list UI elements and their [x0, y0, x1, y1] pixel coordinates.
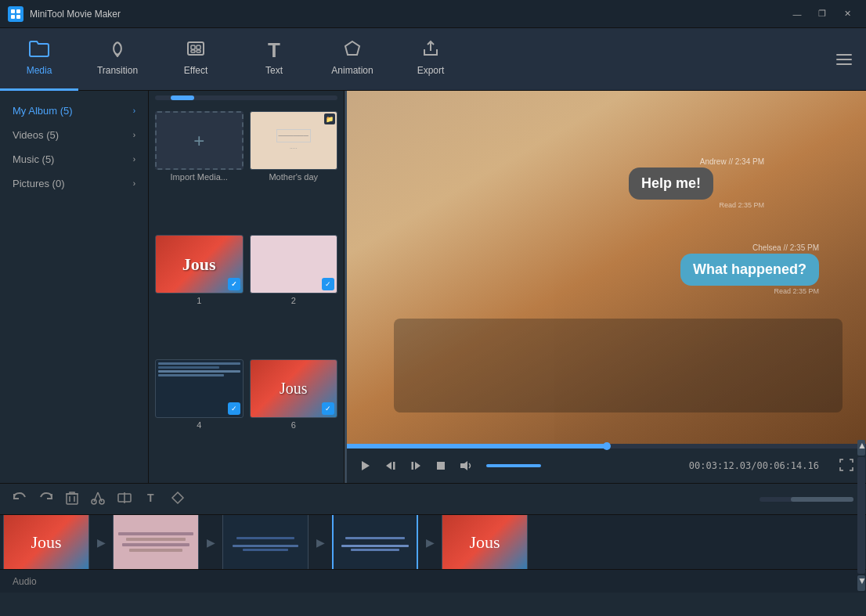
toolbar-transition[interactable]: Transition: [78, 28, 157, 91]
chevron-right-icon-2: ›: [133, 131, 135, 139]
checkmark-6: ✓: [322, 402, 334, 415]
timeline-arrow-4[interactable]: ▶: [418, 515, 442, 569]
split-button[interactable]: [117, 492, 132, 507]
timeline-scrollbar-v[interactable]: ▲ ▼: [857, 438, 866, 593]
sline2: [236, 537, 294, 539]
menu-button[interactable]: [830, 45, 858, 74]
mothers-day-item[interactable]: 📁 ────── ····· Mother's day: [250, 111, 338, 229]
sidebar-item-pictures[interactable]: Pictures (0) ›: [0, 171, 148, 196]
timeline-clip-2-thumb: [114, 515, 198, 569]
timeline-clip-3[interactable]: [222, 515, 309, 569]
play-button[interactable]: [359, 459, 372, 472]
sidebar: My Album (5) › Videos (5) › Music (5) › …: [0, 91, 149, 483]
s2line5: [351, 549, 399, 551]
svg-text:T: T: [147, 492, 154, 504]
keyboard-overlay: [394, 319, 843, 412]
media-item-2[interactable]: ✓ 2: [250, 235, 338, 352]
checkmark-4: ✓: [228, 402, 240, 415]
timeline-clip-4-thumb: [334, 515, 417, 569]
stop-button[interactable]: [435, 459, 447, 472]
media-scrollbar[interactable]: [155, 95, 337, 100]
timeline-clip-5-thumb: Jous: [442, 515, 527, 569]
svg-marker-28: [172, 492, 183, 503]
timeline-zoom: [760, 497, 853, 502]
import-media-item[interactable]: + Import Media...: [155, 111, 244, 229]
s2line4: [341, 545, 409, 547]
media-thumb-2: ✓: [250, 235, 338, 294]
svg-rect-3: [16, 15, 20, 19]
effect-icon: [186, 40, 206, 60]
close-button[interactable]: ✕: [836, 5, 858, 23]
timeline-area: T Jous ▶ ▶: [0, 483, 866, 593]
toolbar-media[interactable]: Media: [0, 28, 78, 91]
fullscreen-button[interactable]: [839, 459, 853, 474]
text-thumb-content: [290, 254, 297, 275]
step-forward-button[interactable]: [410, 459, 422, 472]
toolbar-animation[interactable]: Animation: [313, 28, 392, 91]
video-preview: Andrew // 2:34 PM Help me! Read 2:35 PM …: [347, 91, 866, 444]
media-item-1[interactable]: Jous ✓ 1: [155, 235, 244, 352]
media-item-4[interactable]: ✓ 4: [155, 359, 244, 477]
svg-rect-0: [11, 9, 15, 13]
media-item-6[interactable]: Jous ✓ 6: [250, 359, 338, 477]
scroll-down-btn[interactable]: ▼: [857, 575, 865, 591]
timeline-clip-5[interactable]: Jous: [442, 515, 528, 569]
title-bar: MiniTool Movie Maker — ❐ ✕: [0, 0, 866, 28]
media-grid: + Import Media... 📁 ────── ····· Mother'…: [149, 105, 344, 483]
plus-icon: +: [193, 130, 204, 152]
redo-button[interactable]: [39, 492, 53, 507]
toolbar-text[interactable]: T Text: [235, 28, 313, 91]
volume-button[interactable]: [460, 459, 474, 472]
export-icon: [420, 40, 441, 60]
mothers-day-thumb-text: ────── ·····: [272, 124, 316, 157]
transition-icon: [107, 40, 128, 60]
andrew-read: Read 2:35 PM: [719, 201, 764, 209]
timeline-arrow-3[interactable]: ▶: [309, 515, 332, 569]
svg-marker-13: [415, 462, 420, 470]
media-label-2: 2: [250, 296, 338, 305]
timeline-clip-3-thumb: [223, 515, 308, 569]
timeline-arrow-2[interactable]: ▶: [199, 515, 222, 569]
import-media-thumb: +: [155, 111, 244, 170]
sidebar-item-album[interactable]: My Album (5) ›: [0, 99, 148, 123]
cut-button[interactable]: [91, 491, 105, 508]
restore-button[interactable]: ❐: [811, 5, 833, 23]
folder-icon-sm: 📁: [324, 113, 335, 124]
svg-rect-8: [197, 50, 200, 52]
app-icon: [8, 6, 23, 22]
mothers-day-label: Mother's day: [250, 172, 338, 182]
step-back-button[interactable]: [384, 459, 397, 472]
progress-bar[interactable]: [347, 444, 866, 448]
svg-marker-9: [345, 41, 359, 55]
clip1-label: Jous: [31, 532, 61, 553]
svg-rect-14: [412, 462, 414, 470]
timeline-arrow-1[interactable]: ▶: [89, 515, 113, 569]
diamond-tool-button[interactable]: [171, 491, 185, 508]
chelsea-bubble: What happened?: [680, 254, 819, 286]
toolbar-export[interactable]: Export: [392, 28, 470, 91]
toolbar-effect[interactable]: Effect: [157, 28, 235, 91]
scroll-up-btn[interactable]: ▲: [857, 440, 865, 456]
toolbar: Media Transition Effect T Text: [0, 28, 866, 91]
timeline-clip-1[interactable]: Jous: [3, 515, 89, 569]
menu-line-1: [836, 54, 852, 56]
sline4: [233, 545, 298, 547]
sidebar-item-music[interactable]: Music (5) ›: [0, 147, 148, 171]
media-scroll-thumb: [171, 95, 194, 100]
text-tool-button[interactable]: T: [144, 491, 158, 508]
timeline-clip-2[interactable]: [113, 515, 199, 569]
svg-rect-1: [16, 9, 20, 13]
sidebar-item-videos[interactable]: Videos (5) ›: [0, 123, 148, 147]
minimize-button[interactable]: —: [786, 5, 808, 23]
svg-rect-7: [191, 50, 195, 52]
volume-slider[interactable]: [486, 464, 541, 467]
text-icon: T: [268, 40, 280, 60]
toolbar-transition-label: Transition: [97, 65, 138, 76]
undo-button[interactable]: [13, 492, 27, 507]
timeline-clip-4[interactable]: [332, 515, 418, 569]
timeline-toolbar: T: [0, 484, 866, 515]
delete-button[interactable]: [66, 491, 78, 508]
zoom-slider[interactable]: [760, 497, 853, 502]
title-bar-left: MiniTool Movie Maker: [8, 6, 121, 22]
media-label-1: 1: [155, 296, 244, 305]
